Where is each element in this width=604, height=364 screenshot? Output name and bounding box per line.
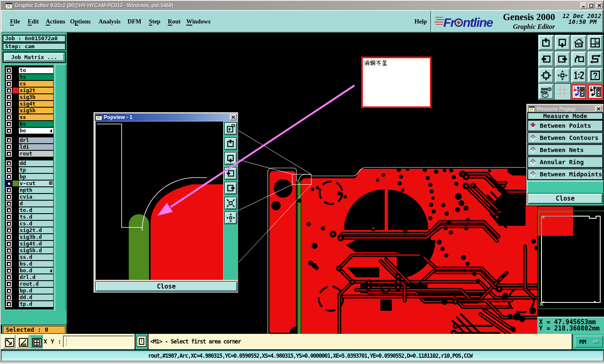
popview-zoom-window-button[interactable] bbox=[224, 122, 237, 135]
tool-center-view-button[interactable] bbox=[554, 67, 571, 84]
layer-list-scrollbar[interactable] bbox=[55, 64, 66, 311]
angle-measure-button[interactable]: OK bbox=[16, 335, 29, 349]
layer-checkbox-to[interactable] bbox=[6, 67, 12, 73]
layer-row-cs.d[interactable]: cs.d bbox=[5, 221, 54, 227]
layer-checkbox-tp.d[interactable] bbox=[6, 301, 12, 307]
layer-name-bs.d[interactable]: bs.d bbox=[19, 261, 53, 267]
layer-row-to[interactable]: to bbox=[5, 67, 54, 73]
layer-name-cs[interactable]: cs bbox=[19, 81, 53, 87]
menu-windows[interactable]: Windows bbox=[186, 18, 211, 25]
layer-name-ss.d[interactable]: ss.d bbox=[19, 254, 53, 260]
layer-name-sig2t[interactable]: sig2t bbox=[19, 88, 53, 93]
menu-help[interactable]: Help bbox=[414, 18, 427, 25]
layer-row-npth[interactable]: npth bbox=[5, 187, 54, 193]
alert-button[interactable]: ! bbox=[135, 334, 148, 349]
layer-row-bo[interactable]: bo bbox=[5, 128, 54, 134]
layer-name-sig4t[interactable]: sig4t bbox=[19, 101, 53, 107]
layer-name-rout.d[interactable]: rout.d bbox=[19, 281, 53, 287]
layer-row-bp.d[interactable]: bp.d bbox=[5, 288, 54, 294]
tool-home-view-button[interactable] bbox=[570, 34, 587, 51]
layer-name-sig4t.d[interactable]: sig4t.d bbox=[19, 241, 53, 247]
layer-row-sig3b.d[interactable]: sig3b.d bbox=[5, 234, 54, 240]
layer-name-dd[interactable]: dd bbox=[19, 160, 53, 166]
layer-swatch-sig2t[interactable] bbox=[13, 88, 18, 93]
layer-row-ss[interactable]: ss bbox=[5, 114, 54, 120]
layer-checkbox-npth[interactable] bbox=[6, 187, 12, 193]
layer-checkbox-sig3b.d[interactable] bbox=[6, 234, 12, 240]
measure-option-between-points[interactable]: Between Points bbox=[527, 120, 603, 132]
tool-pan-right-button[interactable] bbox=[554, 51, 571, 67]
layer-row-dd[interactable]: dd bbox=[5, 160, 54, 166]
popview-move-up-button[interactable] bbox=[224, 137, 237, 150]
layer-name-bo.d[interactable]: bo.d bbox=[19, 268, 53, 274]
layer-row-cs[interactable]: cs bbox=[5, 81, 54, 87]
layer-row-tp.d[interactable]: tp.d bbox=[5, 301, 54, 307]
layer-row-sig5b.d[interactable]: sig5b.d bbox=[5, 248, 54, 253]
layer-name-tp.d[interactable]: tp.d bbox=[19, 301, 53, 307]
layer-name-d[interactable]: d bbox=[19, 201, 53, 207]
layer-name-cs.d[interactable]: cs.d bbox=[19, 221, 53, 227]
layer-checkbox-bp.d[interactable] bbox=[6, 288, 12, 294]
tool-zoom-up-button[interactable] bbox=[538, 34, 555, 51]
layer-checkbox-bo[interactable] bbox=[6, 128, 12, 134]
job-matrix-button[interactable]: Job Matrix ... bbox=[4, 53, 64, 61]
layer-checkbox-d[interactable] bbox=[6, 201, 12, 207]
layer-checkbox-v-cut[interactable] bbox=[6, 181, 12, 186]
layer-checkbox-drl[interactable] bbox=[6, 137, 12, 143]
layer-checkbox-ts.d[interactable] bbox=[6, 214, 12, 220]
layer-row-sig3b[interactable]: sig3b bbox=[5, 94, 54, 100]
layer-row-ts[interactable]: ts bbox=[5, 74, 54, 80]
measure-popup-titlebar[interactable]: Measure Popup bbox=[528, 105, 602, 113]
layer-name-to[interactable]: to bbox=[19, 67, 53, 73]
layer-row-rout[interactable]: rout bbox=[5, 151, 54, 157]
tool-serpentine-path-button[interactable] bbox=[587, 51, 604, 67]
layer-name-sig3b[interactable]: sig3b bbox=[19, 94, 53, 100]
popview-move-down-button[interactable] bbox=[224, 152, 237, 165]
layer-row-sig5b[interactable]: sig5b bbox=[5, 108, 54, 114]
layer-checkbox-ldi[interactable] bbox=[6, 144, 12, 150]
layer-checkbox-dd.d[interactable] bbox=[6, 294, 12, 300]
layer-row-ts.d[interactable]: ts.d bbox=[5, 214, 54, 220]
menu-dfm[interactable]: DFM bbox=[128, 18, 141, 25]
popview-close-button[interactable]: Close bbox=[95, 281, 237, 292]
layer-name-ts.d[interactable]: ts.d bbox=[19, 214, 53, 220]
layer-name-v-cut[interactable]: v-cut bbox=[19, 181, 53, 186]
layer-checkbox-ts[interactable] bbox=[6, 74, 12, 80]
layer-name-sig5b[interactable]: sig5b bbox=[19, 108, 53, 114]
layer-row-dd.d[interactable]: dd.d bbox=[5, 294, 54, 300]
tool-help-question-button[interactable] bbox=[587, 67, 604, 84]
layer-row-bs.d[interactable]: bs.d bbox=[5, 261, 54, 267]
menu-options[interactable]: Options bbox=[70, 18, 91, 25]
tool-windows-xy-button[interactable] bbox=[587, 34, 604, 51]
layer-checkbox-bs.d[interactable] bbox=[6, 261, 12, 267]
measure-option-between-nets[interactable]: Between Nets bbox=[527, 144, 603, 156]
menu-actions[interactable]: Actions bbox=[46, 18, 65, 25]
layer-name-ss[interactable]: ss bbox=[19, 114, 53, 120]
layer-checkbox-ss[interactable] bbox=[6, 114, 12, 120]
tool-ratio-1-2-button[interactable] bbox=[570, 67, 587, 84]
units-dropdown[interactable]: MM bbox=[575, 336, 603, 348]
measure-popup-close-icon[interactable] bbox=[595, 106, 602, 112]
layer-name-bp.d[interactable]: bp.d bbox=[19, 288, 53, 294]
close-button[interactable] bbox=[596, 3, 603, 8]
popview-canvas[interactable] bbox=[96, 121, 223, 280]
title-bar[interactable]: Graphic Editor 9.02c2 (00@HY-HYCAM-PC013… bbox=[1, 1, 603, 10]
popview-close-icon[interactable] bbox=[230, 114, 237, 120]
layer-checkbox-rout[interactable] bbox=[6, 151, 12, 157]
tool-previous-view-button[interactable] bbox=[570, 51, 587, 67]
layer-checkbox-to.d[interactable] bbox=[6, 207, 12, 213]
layer-name-drl[interactable]: drl bbox=[19, 137, 53, 143]
select-mode-button[interactable] bbox=[3, 335, 16, 349]
layer-name-dd.d[interactable]: dd.d bbox=[19, 294, 53, 300]
layer-checkbox-cs.d[interactable] bbox=[6, 221, 12, 227]
layer-row-ss.d[interactable]: ss.d bbox=[5, 254, 54, 260]
tool-expand-view-button[interactable] bbox=[538, 67, 555, 84]
popview-titlebar[interactable]: Popview - 1 bbox=[95, 114, 237, 121]
layer-row-drl.d[interactable]: drl.d bbox=[5, 274, 54, 280]
layer-name-bo[interactable]: bo bbox=[19, 128, 53, 134]
layer-row-bo.d[interactable]: bo.d bbox=[5, 268, 54, 274]
layer-row-tp[interactable]: tp bbox=[5, 167, 54, 173]
layer-checkbox-cvia[interactable] bbox=[6, 194, 12, 200]
layer-checkbox-sig2t.d[interactable] bbox=[6, 227, 12, 233]
layer-name-ts[interactable]: ts bbox=[19, 74, 53, 80]
